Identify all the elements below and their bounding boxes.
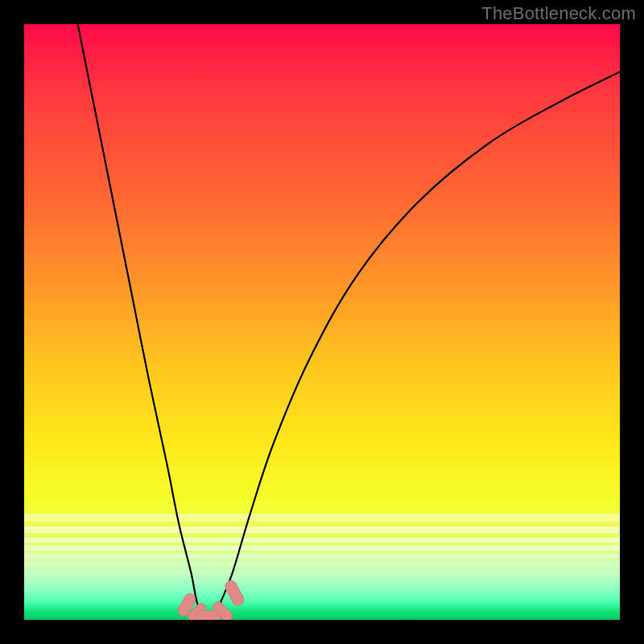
plot-area: [24, 24, 620, 620]
watermark-text: TheBottleneck.com: [481, 3, 636, 24]
bottleneck-curve: [78, 24, 620, 617]
marker-group: [176, 579, 246, 620]
curve-marker: [223, 579, 246, 607]
curve-layer: [24, 24, 620, 620]
chart-stage: TheBottleneck.com: [0, 0, 644, 644]
